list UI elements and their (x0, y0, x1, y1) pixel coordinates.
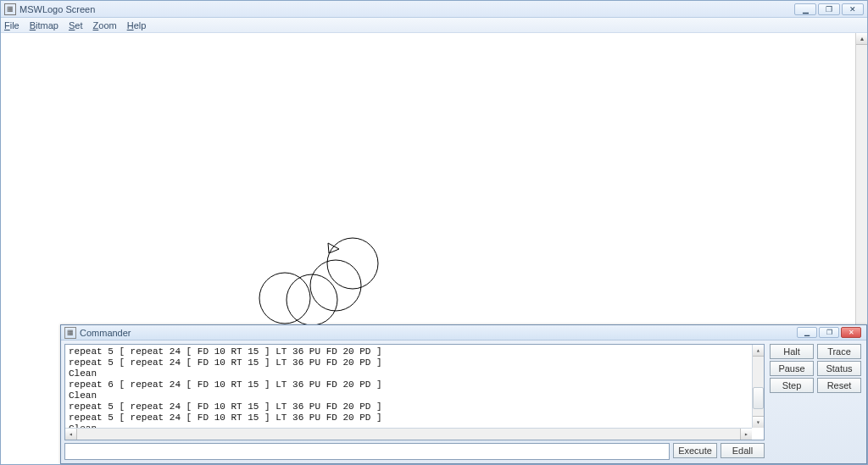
maximize-icon: ❐ (826, 5, 832, 14)
history-line: Clean (69, 368, 760, 379)
scroll-right-icon[interactable]: ▸ (740, 429, 752, 440)
commander-title: Commander (80, 328, 131, 338)
scroll-up-icon[interactable]: ▴ (856, 33, 867, 45)
commander-icon: ▦ (64, 327, 76, 339)
history-line: repeat 5 [ repeat 24 [ FD 10 RT 15 ] LT … (69, 357, 760, 368)
commander-close-button[interactable]: ✕ (841, 327, 861, 338)
commander-window: ▦ Commander ▁ ❐ ✕ repeat 5 [ repeat 24 [… (60, 324, 867, 464)
history-hscrollbar[interactable]: ◂ ▸ (65, 428, 752, 440)
commander-minimize-button[interactable]: ▁ (797, 327, 817, 338)
minimize-icon: ▁ (803, 5, 809, 14)
svg-point-2 (287, 274, 337, 325)
minimize-button[interactable]: ▁ (794, 3, 816, 15)
window-title: MSWLogo Screen (19, 4, 95, 14)
svg-point-1 (310, 260, 361, 311)
step-button[interactable]: Step (770, 378, 814, 393)
history-line: Clean (69, 390, 760, 401)
history-line: repeat 5 [ repeat 24 [ FD 10 RT 15 ] LT … (69, 401, 760, 412)
main-window: ▦ MSWLogo Screen ▁ ❐ ✕ File Bitmap Set Z… (0, 0, 868, 465)
canvas[interactable]: ▴ ▾ ▦ Commander ▁ ❐ ✕ repeat 5 [ repeat … (1, 33, 867, 464)
status-button[interactable]: Status (817, 361, 861, 376)
command-input[interactable] (64, 443, 670, 460)
menu-set[interactable]: Set (69, 20, 83, 30)
history-line: repeat 5 [ repeat 24 [ FD 10 RT 15 ] LT … (69, 346, 760, 357)
titlebar[interactable]: ▦ MSWLogo Screen ▁ ❐ ✕ (1, 1, 867, 18)
svg-point-0 (327, 238, 378, 289)
halt-button[interactable]: Halt (770, 344, 814, 359)
svg-point-3 (259, 273, 310, 324)
commander-titlebar[interactable]: ▦ Commander ▁ ❐ ✕ (61, 325, 866, 340)
pause-button[interactable]: Pause (770, 361, 814, 376)
trace-button[interactable]: Trace (817, 344, 861, 359)
maximize-button[interactable]: ❐ (818, 3, 840, 15)
menubar: File Bitmap Set Zoom Help (1, 18, 867, 33)
history-vscrollbar[interactable]: ▴ ▾ (752, 345, 764, 428)
menu-bitmap[interactable]: Bitmap (30, 20, 58, 30)
close-icon: ✕ (849, 5, 856, 14)
edall-button[interactable]: Edall (721, 443, 765, 458)
menu-zoom[interactable]: Zoom (93, 20, 117, 30)
menu-file[interactable]: File (4, 20, 19, 30)
app-icon: ▦ (4, 3, 16, 15)
commander-maximize-button[interactable]: ❐ (819, 327, 839, 338)
menu-help[interactable]: Help (127, 20, 147, 30)
scroll-down-icon[interactable]: ▾ (753, 416, 764, 428)
history-textarea[interactable]: repeat 5 [ repeat 24 [ FD 10 RT 15 ] LT … (64, 344, 765, 440)
scroll-up-icon[interactable]: ▴ (753, 345, 764, 357)
close-button[interactable]: ✕ (842, 3, 864, 15)
scroll-left-icon[interactable]: ◂ (65, 429, 77, 440)
scroll-thumb[interactable] (753, 387, 764, 409)
execute-button[interactable]: Execute (673, 443, 717, 458)
history-line: repeat 6 [ repeat 24 [ FD 10 RT 15 ] LT … (69, 379, 760, 390)
reset-button[interactable]: Reset (817, 378, 861, 393)
history-line: repeat 5 [ repeat 24 [ FD 10 RT 15 ] LT … (69, 412, 760, 423)
